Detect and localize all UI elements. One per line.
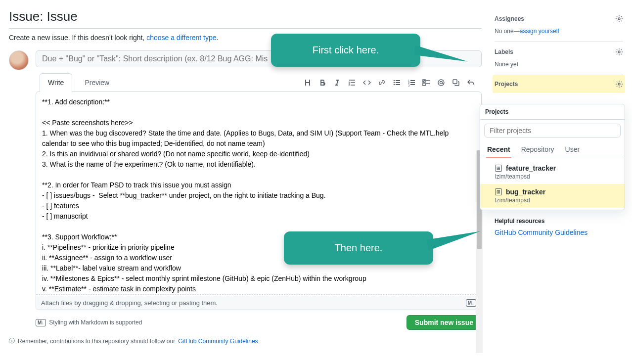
popover-tab-recent[interactable]: Recent — [486, 141, 511, 158]
svg-rect-14 — [410, 82, 415, 83]
projects-title: Projects — [495, 81, 518, 88]
submit-issue-button[interactable]: Submit new issue — [406, 315, 482, 330]
link-icon[interactable] — [378, 79, 386, 87]
svg-rect-13 — [410, 80, 415, 81]
svg-rect-22 — [453, 80, 457, 84]
subnote-suffix: . — [217, 34, 219, 42]
gear-icon[interactable] — [615, 48, 623, 56]
svg-rect-19 — [423, 83, 425, 86]
markdown-support-note: M↓ Styling with Markdown is supported — [36, 319, 142, 326]
svg-point-5 — [394, 82, 395, 84]
italic-icon[interactable] — [333, 79, 341, 87]
ol-icon[interactable]: 123 — [407, 79, 415, 87]
svg-point-23 — [618, 18, 620, 20]
subnote-prefix: Create a new issue. If this doesn't look… — [9, 34, 146, 42]
assignees-title: Assignees — [495, 15, 524, 22]
gear-icon[interactable] — [615, 15, 623, 23]
labels-none: None yet — [495, 61, 623, 68]
markdown-badge-icon[interactable]: M↓ — [466, 299, 476, 307]
markdown-badge-icon: M↓ — [36, 319, 46, 326]
reference-icon[interactable] — [452, 79, 460, 87]
project-icon: ⊞ — [495, 165, 502, 172]
choose-type-link[interactable]: choose a different type — [146, 34, 216, 42]
svg-point-24 — [618, 51, 620, 53]
md-support-text: Styling with Markdown is supported — [49, 319, 142, 326]
popover-tab-repository[interactable]: Repository — [520, 141, 555, 158]
assign-yourself-link[interactable]: assign yourself — [520, 28, 559, 35]
svg-point-20 — [438, 80, 444, 86]
markdown-toolbar: 123 — [304, 79, 478, 87]
svg-rect-15 — [410, 84, 415, 85]
code-icon[interactable] — [363, 79, 371, 87]
footer-guidelines-link[interactable]: GitHub Community Guidelines — [178, 338, 258, 345]
heading-icon[interactable] — [304, 79, 312, 87]
bold-icon[interactable] — [318, 79, 326, 87]
mention-icon[interactable] — [437, 79, 445, 87]
gear-icon[interactable] — [615, 80, 623, 88]
tab-preview[interactable]: Preview — [76, 73, 118, 92]
attach-hint[interactable]: Attach files by dragging & dropping, sel… — [41, 299, 218, 307]
popover-tab-user[interactable]: User — [564, 141, 581, 158]
page-title: Issue: Issue — [9, 9, 482, 29]
popover-title: Projects — [480, 104, 625, 120]
reply-icon[interactable] — [467, 79, 475, 87]
svg-point-25 — [618, 83, 620, 85]
svg-text:3: 3 — [408, 84, 410, 87]
annotation-callout-2: Then here. — [284, 231, 433, 265]
project-icon: ⊞ — [495, 188, 502, 195]
footer-prefix: Remember, contributions to this reposito… — [18, 338, 175, 345]
tasklist-icon[interactable] — [422, 79, 430, 87]
svg-rect-9 — [396, 84, 400, 85]
quote-icon[interactable] — [348, 79, 356, 87]
assignees-none: No one— — [495, 28, 520, 35]
helpful-resources-title: Helpful resources — [495, 218, 623, 225]
ul-icon[interactable] — [393, 79, 401, 87]
project-item-feature-tracker[interactable]: ⊞feature_tracker lzim/teampsd — [480, 160, 625, 184]
project-item-bug-tracker[interactable]: ⊞bug_tracker lzim/teampsd — [480, 184, 625, 208]
svg-point-21 — [440, 82, 443, 84]
annotation-callout-1: First click here. — [271, 34, 420, 67]
projects-popover: Projects Recent Repository User ⊞feature… — [480, 104, 625, 210]
svg-rect-8 — [396, 82, 400, 83]
labels-title: Labels — [495, 48, 513, 55]
avatar[interactable] — [9, 50, 29, 70]
community-guidelines-link[interactable]: GitHub Community Guidelines — [495, 228, 623, 236]
filter-projects-input[interactable] — [484, 124, 621, 137]
svg-point-6 — [394, 84, 395, 86]
info-icon: ⓘ — [9, 337, 15, 345]
svg-rect-7 — [396, 80, 400, 81]
svg-point-4 — [394, 80, 395, 82]
tab-write[interactable]: Write — [40, 73, 72, 92]
